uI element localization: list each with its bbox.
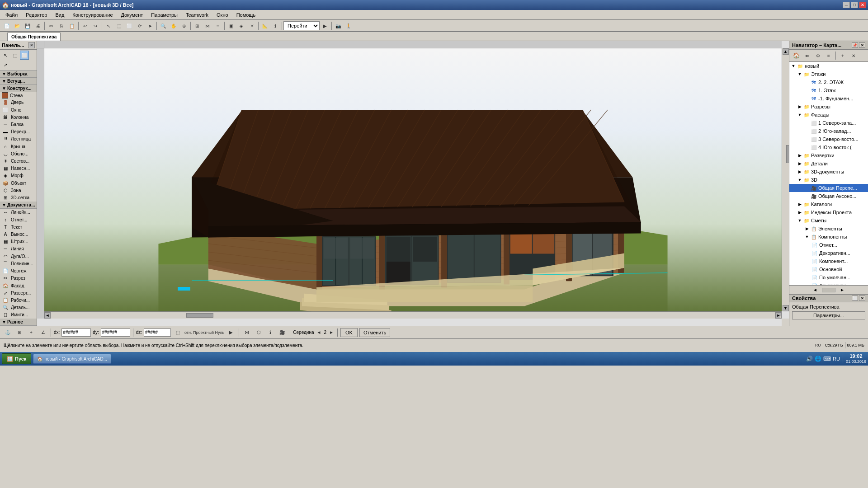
tree-facade2[interactable]: ⬜ 2 Юго-запад... bbox=[789, 127, 868, 135]
tool-elevation[interactable]: ↕ Отмет... bbox=[0, 216, 37, 223]
zoom-btn[interactable]: 🔍 bbox=[158, 21, 168, 31]
menu-edit[interactable]: Редактор bbox=[22, 11, 51, 19]
tool-column[interactable]: 🏛 Колонна bbox=[0, 113, 37, 121]
nav-splitter[interactable] bbox=[822, 288, 835, 292]
tool-hatch[interactable]: ▦ Штрих... bbox=[0, 238, 37, 245]
walk-btn[interactable]: 🚶 bbox=[344, 21, 354, 31]
rotate-tool[interactable]: ↗ bbox=[1, 60, 10, 69]
arrow-button[interactable]: ➤ bbox=[145, 21, 155, 31]
horizontal-scrollbar[interactable]: ◄ ► bbox=[44, 311, 782, 319]
dz-input[interactable] bbox=[144, 328, 171, 337]
tree-floor1[interactable]: 🗺 1. Этаж bbox=[789, 86, 868, 94]
nav-scroll-up-btn[interactable]: ◄ bbox=[812, 287, 818, 293]
tool-door[interactable]: 🚪 Дверь bbox=[0, 99, 37, 106]
menu-params[interactable]: Параметры bbox=[147, 11, 181, 19]
measure-btn[interactable]: 📐 bbox=[260, 21, 270, 31]
select-tool[interactable]: ⬜ bbox=[20, 51, 29, 60]
tool-slab[interactable]: ▬ Перекр... bbox=[0, 128, 37, 136]
tree-3ddocs[interactable]: ▶ 📁 3D-документы bbox=[789, 168, 868, 176]
vertical-scrollbar[interactable]: ▲ ▼ bbox=[782, 48, 789, 311]
nav-add-btn[interactable]: + bbox=[838, 51, 848, 61]
open-button[interactable]: 📂 bbox=[12, 21, 22, 31]
tool-cut[interactable]: ✂ Разрез bbox=[0, 275, 37, 282]
cancel-button[interactable]: Отменить bbox=[359, 328, 390, 337]
tree-facade3[interactable]: ⬜ 3 Северо-восто... bbox=[789, 135, 868, 143]
save-button[interactable]: 💾 bbox=[23, 21, 33, 31]
arrow-tool[interactable]: ↖ bbox=[1, 51, 10, 60]
tool-label[interactable]: A Вынос... bbox=[0, 230, 37, 238]
tool-text[interactable]: T Текст bbox=[0, 223, 37, 230]
light-btn[interactable]: ☀ bbox=[247, 21, 257, 31]
panel-close-btn[interactable]: ✕ bbox=[28, 42, 35, 48]
hand-tool[interactable]: ⬚ bbox=[10, 51, 19, 60]
snap-icon-btn[interactable]: ⋈ bbox=[242, 328, 252, 338]
snap-plus-btn[interactable]: ► bbox=[328, 328, 335, 338]
orbit-btn[interactable]: ⊕ bbox=[179, 21, 189, 31]
dx-input[interactable] bbox=[61, 328, 91, 337]
rotate-button[interactable]: ⟳ bbox=[135, 21, 145, 31]
tool-arc[interactable]: ◠ Дуга/О... bbox=[0, 253, 37, 260]
nav-pin-btn[interactable]: 📌 bbox=[852, 42, 858, 48]
select2-button[interactable]: ⬚ bbox=[114, 21, 124, 31]
pan-btn[interactable]: ✋ bbox=[169, 21, 179, 31]
undo-button[interactable]: ↩ bbox=[80, 21, 90, 31]
section-header-misc[interactable]: ▼ Разное bbox=[0, 319, 37, 326]
close-button[interactable]: ✕ bbox=[859, 2, 866, 8]
tree-floors[interactable]: ▼ 📁 Этажи bbox=[789, 70, 868, 78]
archicad-taskbar-btn[interactable]: 🏠 новый - Graphisoft ArchiCAD... bbox=[33, 354, 111, 364]
tool-linear[interactable]: ↔ Линейн... bbox=[0, 209, 37, 216]
tree-comp5[interactable]: 📄 По умолчан... bbox=[789, 273, 868, 282]
menu-window[interactable]: Окно bbox=[213, 11, 232, 19]
tree-comp4[interactable]: 📄 Основной bbox=[789, 265, 868, 273]
nav-home-btn[interactable]: 🏠 bbox=[791, 51, 801, 61]
tree-indexes[interactable]: ▶ 📁 Индексы Проекта bbox=[789, 208, 868, 216]
camera-btn[interactable]: 📷 bbox=[333, 21, 343, 31]
view-tab-3d[interactable]: Общая Перспектива bbox=[7, 33, 61, 41]
paste-button[interactable]: 📋 bbox=[67, 21, 77, 31]
redo-button[interactable]: ↪ bbox=[90, 21, 100, 31]
tree-catalogs[interactable]: ▶ 📁 Каталоги bbox=[789, 200, 868, 208]
tool-imitate[interactable]: ⎕ Имити... bbox=[0, 311, 37, 319]
start-button[interactable]: 🪟 Пуск bbox=[2, 353, 31, 364]
tool-3dmesh[interactable]: ⊞ 3D-сетка bbox=[0, 194, 37, 202]
tree-comp6[interactable]: 📄 Декоративн... bbox=[789, 282, 868, 285]
menu-help[interactable]: Помощь bbox=[233, 11, 259, 19]
guide-btn[interactable]: + bbox=[26, 328, 36, 338]
select3-button[interactable]: ⬜ bbox=[124, 21, 134, 31]
tree-facade1[interactable]: ⬜ 1 Северо-запа... bbox=[789, 119, 868, 127]
hscroll-thumb[interactable] bbox=[186, 313, 213, 318]
menu-document[interactable]: Документ bbox=[118, 11, 147, 19]
tool-zone[interactable]: ⬡ Зона bbox=[0, 187, 37, 194]
tree-floor-foundation[interactable]: 🗺 -1. Фундамен... bbox=[789, 94, 868, 103]
nav-filter-btn[interactable]: ≡ bbox=[824, 51, 834, 61]
tool-polyline[interactable]: ⌒ Полилин... bbox=[0, 260, 37, 267]
info-btn[interactable]: ℹ bbox=[270, 21, 280, 31]
goto-dropdown[interactable]: Перейти bbox=[283, 21, 320, 30]
nav-close-btn[interactable]: ✕ bbox=[859, 42, 865, 48]
vscroll-up[interactable]: ▲ bbox=[783, 48, 789, 55]
tool-line[interactable]: ─ Линия bbox=[0, 245, 37, 253]
ref-options-btn[interactable]: ▶ bbox=[226, 328, 236, 338]
ok-button[interactable]: OK bbox=[340, 328, 358, 337]
tree-components[interactable]: ▼ 📋 Компоненты bbox=[789, 233, 868, 241]
tree-3d-axono[interactable]: 🎥 Общая Аксоно... bbox=[789, 192, 868, 200]
hscroll-left[interactable]: ◄ bbox=[44, 312, 51, 319]
tool-stair[interactable]: ⠿ Лестница bbox=[0, 136, 37, 143]
render-btn[interactable]: ◈ bbox=[236, 21, 246, 31]
nav-delete-btn[interactable]: ✕ bbox=[849, 51, 859, 61]
dy-input[interactable] bbox=[101, 328, 130, 337]
angle-btn[interactable]: ∠ bbox=[38, 328, 48, 338]
new-button[interactable]: 📄 bbox=[2, 21, 12, 31]
print-button[interactable]: 🖨 bbox=[33, 21, 43, 31]
tree-comp2[interactable]: 📄 Декоративн... bbox=[789, 249, 868, 257]
tree-facades[interactable]: ▼ 📁 Фасады bbox=[789, 111, 868, 119]
tree-comp3[interactable]: 📄 Компонент... bbox=[789, 257, 868, 265]
tool-window[interactable]: ⬜ Окно bbox=[0, 106, 37, 113]
tree-3d-persp[interactable]: 🎥 Общая Перспе... bbox=[789, 184, 868, 192]
copy-button[interactable]: ⎘ bbox=[57, 21, 66, 31]
snap-info-btn[interactable]: ℹ bbox=[265, 328, 275, 338]
snap-grid-btn[interactable]: ⊞ bbox=[14, 328, 24, 338]
vscroll-down[interactable]: ▼ bbox=[783, 305, 789, 311]
minimize-button[interactable]: ─ bbox=[843, 2, 850, 8]
tree-facade4[interactable]: ⬜ 4 Юго-восток ( bbox=[789, 143, 868, 151]
